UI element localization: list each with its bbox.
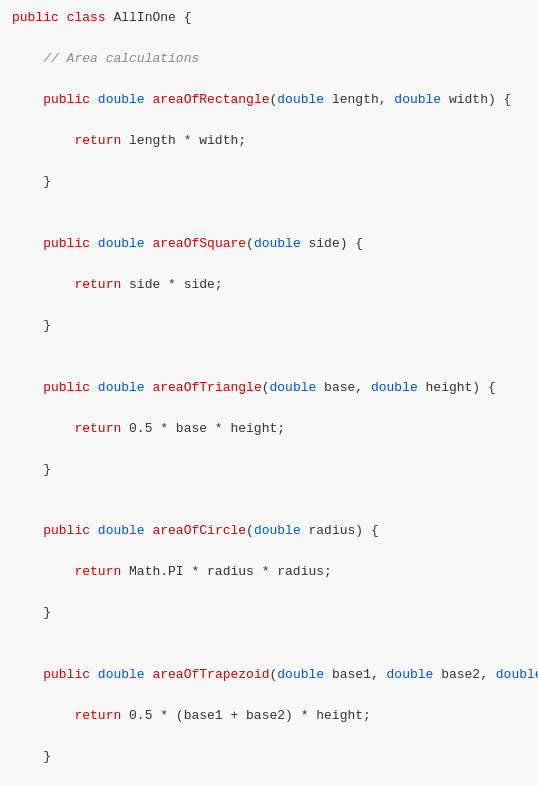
code-display: public class AllInOne { // Area calculat… [0,0,538,785]
